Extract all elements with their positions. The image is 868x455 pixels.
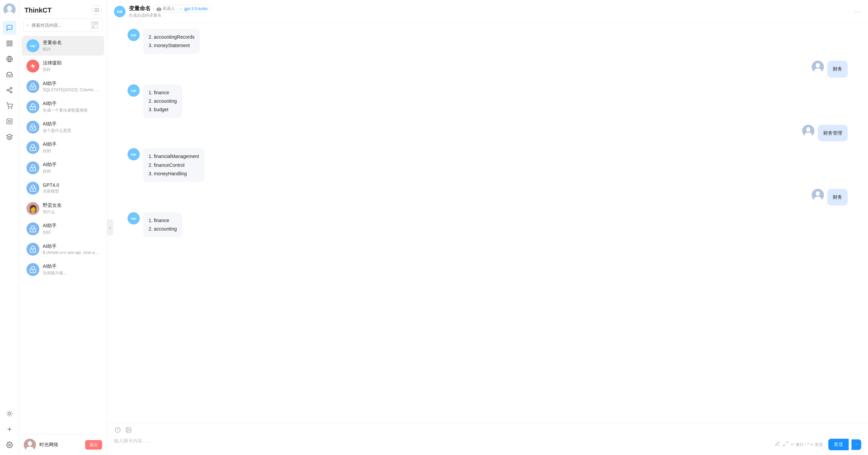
conversation-name: AI助手 — [43, 81, 99, 87]
svg-point-1 — [7, 6, 12, 11]
search-input[interactable] — [32, 23, 89, 28]
conversation-name: AI助手 — [43, 263, 99, 270]
conversation-item[interactable]: AI助手 好的 — [22, 158, 104, 178]
avatar — [26, 222, 39, 235]
svg-line-34 — [28, 26, 29, 26]
svg-rect-5 — [7, 44, 9, 46]
icon-bar-bottom — [3, 407, 16, 452]
conversation-name: 变量命名 — [43, 40, 99, 46]
conversation-preview: 好的 — [43, 148, 99, 154]
sidebar: ThinkCT Ctrl K var 变量命名 统计 法律援助 你好 AI助手 … — [19, 0, 107, 455]
footer-avatar — [24, 439, 36, 451]
chat-header-avatar: var — [114, 6, 126, 17]
avatar: 👩 — [26, 202, 39, 215]
conversation-preview: 你好 — [43, 67, 99, 73]
new-chat-button[interactable] — [92, 5, 101, 15]
avatar — [26, 263, 39, 276]
conversation-item[interactable]: AI助手 SQLSTATE[42S22]: Column not found:.… — [22, 77, 104, 96]
sidebar-item-inbox[interactable] — [3, 68, 16, 81]
conversation-item[interactable]: 👩 野蛮女友 凭什么 — [22, 199, 104, 218]
chat-input[interactable] — [114, 438, 772, 450]
badge-label: 机器人 — [163, 6, 175, 12]
svg-point-10 — [7, 90, 8, 91]
sidebar-header: ThinkCT — [19, 0, 107, 18]
bot-message: 2. accountingRecords3. moneyStatement — [143, 29, 200, 54]
conversation-preview: 这个是什么意思 — [43, 128, 99, 134]
model-label: gpt-3.5-turbo — [184, 6, 208, 11]
conversation-info: 变量命名 统计 — [43, 40, 99, 52]
search-bar[interactable]: Ctrl K — [23, 18, 103, 32]
conversation-item[interactable]: GPT4.0 当前模型 — [22, 178, 104, 198]
svg-rect-16 — [7, 119, 12, 124]
svg-rect-3 — [7, 41, 9, 43]
chat-name: 变量命名 — [129, 5, 151, 12]
conversation-list: var 变量命名 统计 法律援助 你好 AI助手 SQLSTATE[42S22]… — [19, 35, 107, 434]
conversation-preview: 当前能力值... — [43, 270, 99, 276]
avatar — [26, 182, 39, 195]
collapse-sidebar-button[interactable]: ‹ — [107, 219, 113, 236]
chat-header: var 变量命名 🤖 机器人 | gpt-3.5-turbo 生成合适的变量名 … — [107, 0, 868, 23]
theme-toggle[interactable] — [3, 407, 16, 420]
conversation-item[interactable]: 法律援助 你好 — [22, 56, 104, 76]
message-line: 2. accounting — [149, 225, 177, 233]
conversation-name: AI助手 — [43, 162, 99, 168]
user-avatar — [802, 125, 814, 137]
conversation-item[interactable]: var 变量命名 统计 — [22, 36, 104, 56]
svg-point-53 — [33, 271, 33, 271]
main-chat: ‹ var 变量命名 🤖 机器人 | gpt-3.5-turbo 生成合适的变量… — [107, 0, 868, 455]
conversation-preview: 当前模型 — [43, 189, 99, 194]
edit-icon[interactable] — [775, 441, 780, 448]
conversation-preview: SQLSTATE[42S22]: Column not found:... — [43, 87, 99, 92]
more-options-button[interactable]: ··· — [854, 8, 861, 15]
sidebar-item-globe[interactable] — [3, 52, 16, 66]
conversation-item[interactable]: AI助手 你好 — [22, 219, 104, 239]
logout-button[interactable]: 退出 — [85, 440, 102, 450]
conversation-item[interactable]: AI助手 好的 — [22, 138, 104, 157]
svg-point-49 — [33, 230, 33, 231]
conversation-name: 法律援助 — [43, 60, 99, 66]
svg-rect-4 — [10, 41, 12, 43]
sidebar-item-cart[interactable] — [3, 99, 16, 113]
svg-line-70 — [784, 444, 785, 446]
message-row: 财务 — [128, 61, 848, 77]
svg-point-29 — [8, 444, 10, 446]
send-button[interactable]: 发送 — [828, 439, 849, 450]
send-dropdown-button[interactable] — [851, 439, 861, 450]
custom-icon[interactable] — [3, 422, 16, 436]
sidebar-item-apps[interactable] — [3, 37, 16, 50]
bot-avatar: var — [128, 148, 140, 160]
svg-point-45 — [33, 169, 33, 170]
conversation-item[interactable]: AI助手 $ chmod u+x one-api ./one-api --por… — [22, 239, 104, 259]
user-avatar — [812, 189, 824, 201]
sidebar-item-layers[interactable] — [3, 130, 16, 144]
expand-icon[interactable] — [783, 441, 788, 448]
conversation-info: AI助手 生成一个复仇者联盟海报 — [43, 101, 99, 113]
input-hint: ↵ 换行 / ^ ↵ 发送 — [791, 442, 823, 448]
image-tool-button[interactable] — [125, 426, 132, 435]
conversation-info: AI助手 好的 — [43, 162, 99, 174]
sidebar-item-chat[interactable] — [3, 21, 16, 35]
chat-subtitle: 生成合适的变量名 — [129, 13, 211, 18]
svg-line-22 — [11, 415, 12, 416]
conversation-item[interactable]: AI助手 当前能力值... — [22, 260, 104, 279]
sidebar-item-plugin[interactable] — [3, 115, 16, 128]
sidebar-footer: 时光网络 退出 — [19, 434, 107, 455]
conversation-info: AI助手 $ chmod u+x one-api ./one-api --por… — [43, 243, 99, 255]
svg-point-51 — [33, 250, 33, 251]
conversation-item[interactable]: AI助手 生成一个复仇者联盟海报 — [22, 97, 104, 117]
conversation-info: AI助手 这个是什么意思 — [43, 121, 99, 134]
message-line: 3. budget — [149, 105, 177, 114]
svg-marker-35 — [31, 63, 36, 69]
avatar: var — [26, 39, 39, 52]
conversation-info: AI助手 好的 — [43, 141, 99, 154]
conversation-item[interactable]: AI助手 这个是什么意思 — [22, 117, 104, 137]
timer-tool-button[interactable] — [114, 426, 121, 435]
settings-icon[interactable] — [3, 438, 16, 452]
svg-point-41 — [33, 128, 33, 129]
conversation-preview: 凭什么 — [43, 209, 99, 215]
message-line: 1. finance — [149, 216, 177, 225]
sidebar-item-share[interactable] — [3, 83, 16, 97]
conversation-info: 野蛮女友 凭什么 — [43, 202, 99, 215]
svg-point-33 — [27, 24, 29, 26]
message-row: 财务 — [128, 189, 848, 205]
